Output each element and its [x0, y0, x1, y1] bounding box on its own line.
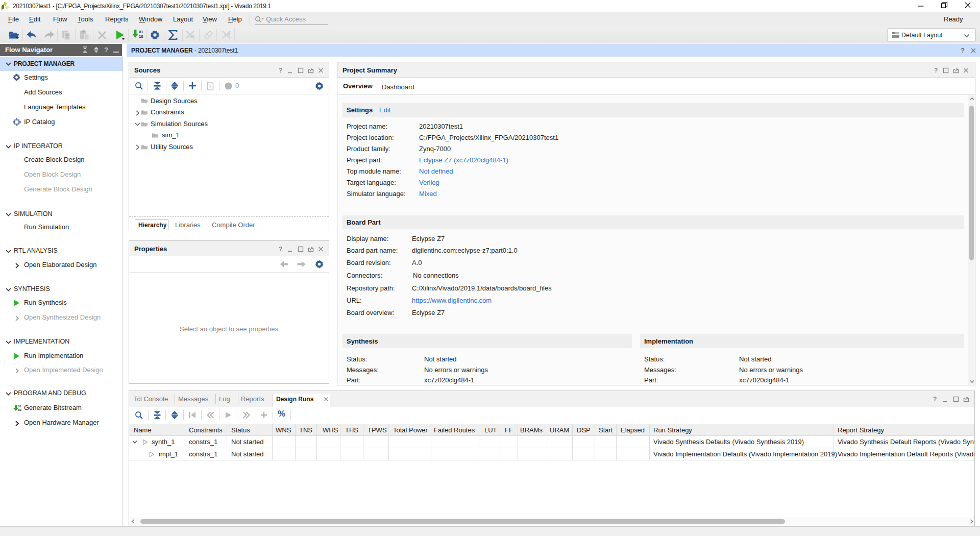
- svg-text:?: ?: [934, 67, 938, 74]
- svg-text:01: 01: [139, 30, 143, 34]
- svg-text:10: 10: [18, 408, 21, 411]
- svg-text:01: 01: [18, 405, 21, 408]
- svg-text:?: ?: [933, 396, 937, 402]
- svg-text:?: ?: [209, 84, 211, 89]
- svg-text:?: ?: [279, 246, 282, 252]
- svg-text:?: ?: [279, 67, 282, 74]
- svg-text:10: 10: [139, 34, 143, 39]
